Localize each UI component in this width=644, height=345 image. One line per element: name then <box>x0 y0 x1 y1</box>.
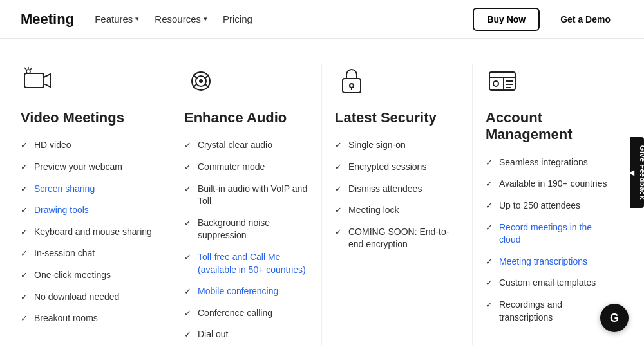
check-icon: ✓ <box>486 256 493 268</box>
check-icon: ✓ <box>184 183 191 195</box>
svg-point-19 <box>493 81 498 86</box>
list-item: ✓Available in 190+ countries <box>486 178 611 191</box>
nav-pricing[interactable]: Pricing <box>223 14 252 24</box>
list-item: ✓Recordings and transcriptions <box>486 299 611 324</box>
video-meetings-title: Video Meetings <box>21 109 158 126</box>
check-icon: ✓ <box>21 227 28 238</box>
check-icon: ✓ <box>21 292 28 303</box>
account-management-col: Account Management ✓Seamless integration… <box>473 64 623 345</box>
feedback-arrow-icon: ◀ <box>627 168 636 177</box>
check-icon: ✓ <box>184 286 191 297</box>
svg-line-3 <box>24 68 26 70</box>
list-item: ✓Custom email templates <box>486 277 611 290</box>
account-management-title: Account Management <box>486 109 611 144</box>
check-icon: ✓ <box>184 329 191 340</box>
account-management-list: ✓Seamless integrations ✓Available in 190… <box>486 156 611 324</box>
get-demo-button[interactable]: Get a Demo <box>547 9 623 30</box>
check-icon: ✓ <box>21 313 28 324</box>
check-icon: ✓ <box>486 222 493 234</box>
grammarly-badge[interactable]: G <box>600 304 629 332</box>
list-item: ✓Drawing tools <box>21 204 158 217</box>
list-item: ✓Commuter mode <box>184 161 308 174</box>
list-item: ✓Conference calling <box>184 307 308 320</box>
check-icon: ✓ <box>184 162 191 173</box>
check-icon: ✓ <box>486 178 493 190</box>
list-item: ✓Preview your webcam <box>21 161 158 174</box>
latest-security-col: Latest Security ✓Single sign-on ✓Encrypt… <box>322 64 473 345</box>
chevron-down-icon: ▾ <box>135 15 139 23</box>
list-item: ✓HD video <box>21 139 158 152</box>
list-item: ✓Dismiss attendees <box>335 183 459 196</box>
video-meetings-icon <box>21 64 54 98</box>
svg-line-4 <box>30 68 32 70</box>
nav-resources[interactable]: Resources ▾ <box>155 14 207 24</box>
grammarly-icon: G <box>610 312 619 325</box>
list-item: ✓Meeting lock <box>335 204 459 217</box>
navigation: Meeting Features ▾ Resources ▾ Pricing B… <box>0 0 644 39</box>
latest-security-list: ✓Single sign-on ✓Encrypted sessions ✓Dis… <box>335 139 459 251</box>
video-meetings-list: ✓HD video ✓Preview your webcam ✓Screen s… <box>21 139 158 324</box>
nav-right: Buy Now Get a Demo <box>473 8 623 31</box>
list-item: ✓Breakout rooms <box>21 312 158 325</box>
list-item: ✓Toll-free and Call Me (available in 50+… <box>184 251 308 276</box>
feedback-wrapper: ◀ Give Feedback <box>630 137 644 208</box>
list-item: ✓Encrypted sessions <box>335 161 459 174</box>
give-feedback-button[interactable]: ◀ Give Feedback <box>630 137 644 208</box>
enhance-audio-icon <box>184 64 218 98</box>
chevron-down-icon: ▾ <box>204 15 207 23</box>
check-icon: ✓ <box>335 227 342 238</box>
list-item: ✓Keyboard and mouse sharing <box>21 226 158 239</box>
svg-point-8 <box>199 79 203 83</box>
list-item: ✓Screen sharing <box>21 183 158 196</box>
list-item: ✓Built-in audio with VoIP and Toll <box>184 183 308 208</box>
check-icon: ✓ <box>21 183 28 195</box>
check-icon: ✓ <box>21 248 28 259</box>
nav-features[interactable]: Features ▾ <box>95 14 139 24</box>
list-item: ✓Crystal clear audio <box>184 139 308 152</box>
check-icon: ✓ <box>486 299 493 311</box>
list-item: ✓Mobile conferencing <box>184 285 308 298</box>
check-icon: ✓ <box>486 157 493 169</box>
screen-sharing-link[interactable]: Screen sharing <box>34 183 95 196</box>
check-icon: ✓ <box>335 140 342 151</box>
check-icon: ✓ <box>184 140 191 151</box>
enhance-audio-col: Enhance Audio ✓Crystal clear audio ✓Comm… <box>171 64 322 345</box>
list-item: ✓Single sign-on <box>335 139 459 152</box>
check-icon: ✓ <box>335 205 342 216</box>
check-icon: ✓ <box>21 205 28 216</box>
meeting-transcriptions-link[interactable]: Meeting transcriptions <box>499 256 587 268</box>
mobile-conferencing-link[interactable]: Mobile conferencing <box>198 285 278 298</box>
svg-rect-0 <box>24 73 44 88</box>
list-item: ✓No download needed <box>21 291 158 304</box>
enhance-audio-title: Enhance Audio <box>184 109 308 126</box>
svg-point-14 <box>350 84 354 88</box>
svg-rect-13 <box>343 79 361 93</box>
check-icon: ✓ <box>184 308 191 319</box>
account-management-icon <box>486 64 519 98</box>
features-grid: Video Meetings ✓HD video ✓Preview your w… <box>0 39 644 345</box>
list-item: ✓Background noise suppression <box>184 217 308 242</box>
list-item: ✓Seamless integrations <box>486 156 611 169</box>
latest-security-title: Latest Security <box>335 109 459 126</box>
list-item: ✓Record meetings in the cloud <box>486 221 611 247</box>
check-icon: ✓ <box>335 162 342 173</box>
enhance-audio-list: ✓Crystal clear audio ✓Commuter mode ✓Bui… <box>184 139 308 341</box>
list-item: ✓One-click meetings <box>21 269 158 282</box>
drawing-tools-link[interactable]: Drawing tools <box>34 204 89 217</box>
list-item: ✓In-session chat <box>21 247 158 260</box>
buy-now-button[interactable]: Buy Now <box>473 8 540 31</box>
svg-marker-1 <box>44 74 50 87</box>
tollfree-link[interactable]: Toll-free and Call Me (available in 50+ … <box>198 251 308 276</box>
check-icon: ✓ <box>486 200 493 212</box>
check-icon: ✓ <box>21 270 28 281</box>
list-item: ✓Meeting transcriptions <box>486 256 611 268</box>
check-icon: ✓ <box>21 162 28 173</box>
check-icon: ✓ <box>486 277 493 289</box>
check-icon: ✓ <box>21 140 28 151</box>
record-cloud-link[interactable]: Record meetings in the cloud <box>499 221 611 247</box>
list-item: ✓Dial out <box>184 328 308 341</box>
logo[interactable]: Meeting <box>21 11 74 28</box>
nav-links: Features ▾ Resources ▾ Pricing <box>95 14 252 24</box>
list-item: ✓COMING SOON: End-to-end encryption <box>335 226 459 251</box>
check-icon: ✓ <box>335 183 342 195</box>
